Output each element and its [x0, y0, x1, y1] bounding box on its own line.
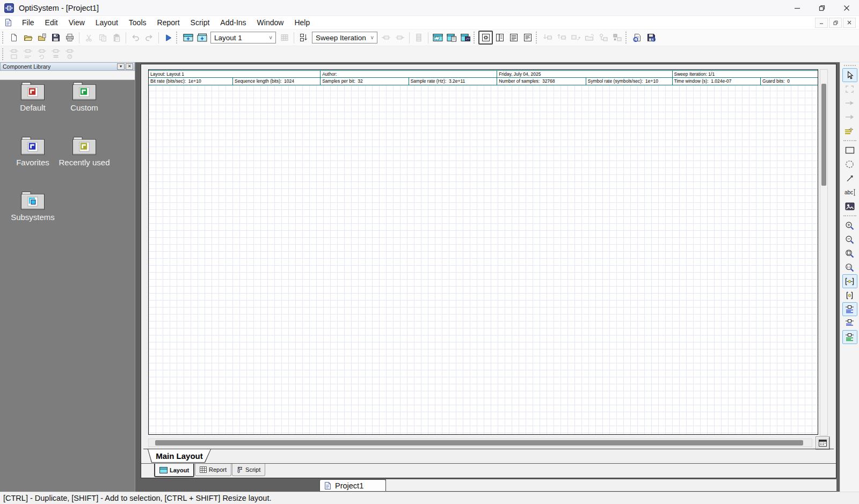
menu-view[interactable]: View: [63, 17, 90, 28]
folder-custom[interactable]: Custom: [53, 81, 116, 112]
panel-close-button[interactable]: ✕: [126, 63, 133, 70]
draw-text-button[interactable]: abc: [842, 185, 857, 199]
select-cursor-button[interactable]: [842, 68, 857, 82]
vertical-scrollbar-thumb[interactable]: [821, 84, 826, 186]
cut-button[interactable]: [82, 31, 96, 45]
print-button[interactable]: [63, 31, 77, 45]
zoom-out-button[interactable]: [842, 232, 857, 246]
component-refresh-button[interactable]: [35, 47, 49, 61]
menu-file[interactable]: File: [17, 17, 40, 28]
duplicate-layout-button[interactable]: [195, 31, 209, 45]
layout-combobox[interactable]: Layout 1 ˅: [210, 32, 276, 43]
select-region-button[interactable]: [842, 82, 857, 96]
mdi-restore-button[interactable]: [829, 18, 842, 28]
save-project-button[interactable]: [49, 31, 63, 45]
draw-rectangle-button[interactable]: [842, 143, 857, 157]
menu-report[interactable]: Report: [152, 17, 185, 28]
flow-direction-button[interactable]: [842, 96, 857, 110]
mdi-close-button[interactable]: [843, 18, 856, 28]
tab-layout[interactable]: Layout: [154, 464, 194, 477]
toolbar-grip[interactable]: [176, 32, 178, 43]
toolbar-grip[interactable]: [844, 65, 856, 66]
draw-ellipse-button[interactable]: [842, 157, 857, 171]
toolbar-grip[interactable]: [625, 32, 628, 43]
layout-overview-button[interactable]: [816, 437, 829, 449]
import-project-button[interactable]: [35, 31, 49, 45]
connect-error-button[interactable]: [610, 31, 624, 45]
toolbar-grip[interactable]: [2, 48, 4, 60]
project-tab[interactable]: Project1: [319, 479, 386, 492]
toolbar-grip[interactable]: [2, 32, 4, 43]
view-split-button[interactable]: [493, 31, 507, 45]
main-layout-sheet-tab[interactable]: Main Layout: [148, 449, 211, 463]
layout-script-button[interactable]: [842, 124, 857, 138]
fit-vertical-button[interactable]: [842, 288, 857, 302]
menu-addins[interactable]: Add-Ins: [215, 17, 251, 28]
3d-editor-button[interactable]: [458, 31, 472, 45]
canvas-horizontal-scrollbar[interactable]: [148, 439, 812, 447]
view-component-button[interactable]: [478, 31, 493, 45]
zoom-actual-button[interactable]: 1:1: [842, 260, 857, 274]
panel-collapse-button[interactable]: ▾: [117, 63, 125, 70]
restore-button[interactable]: [810, 0, 834, 16]
tab-script[interactable]: Script: [232, 464, 265, 476]
component-frame-button[interactable]: [7, 47, 21, 61]
component-check-button[interactable]: [596, 31, 610, 45]
paste-button[interactable]: [110, 31, 123, 45]
component-upload-button[interactable]: [569, 31, 583, 45]
component-lines-button[interactable]: [21, 47, 35, 61]
new-document-button[interactable]: [7, 31, 21, 45]
mdi-minimize-button[interactable]: [815, 18, 828, 28]
menu-script[interactable]: Script: [185, 17, 215, 28]
calculate-button[interactable]: [161, 31, 175, 45]
save-default-button[interactable]: [644, 31, 658, 45]
edit-script-button[interactable]: [630, 31, 644, 45]
sweep-combobox[interactable]: Sweep Iteration ˅: [312, 32, 377, 43]
draw-arrow-button[interactable]: [842, 110, 857, 124]
fit-horizontal-button[interactable]: [842, 274, 857, 288]
component-help-button[interactable]: ?: [63, 47, 77, 61]
menu-layout[interactable]: Layout: [90, 17, 123, 28]
new-layout-button[interactable]: [181, 31, 195, 45]
toolbar-grip[interactable]: [536, 32, 538, 43]
zoom-in-button[interactable]: [842, 218, 857, 232]
layout-table-button[interactable]: [278, 31, 292, 45]
align-components-blue-button[interactable]: [842, 302, 857, 316]
report-editor-button[interactable]: [445, 31, 458, 45]
previous-sweep-button[interactable]: [379, 31, 393, 45]
next-sweep-button[interactable]: [393, 31, 407, 45]
align-components-blue2-button[interactable]: [842, 316, 857, 330]
component-grid-button[interactable]: [49, 47, 63, 61]
redo-button[interactable]: [142, 31, 156, 45]
folder-subsystems[interactable]: Subsystems: [1, 191, 64, 222]
layout-canvas[interactable]: Layout: Layout 1 Author: Friday, July 04…: [148, 69, 818, 435]
canvas-vertical-scrollbar[interactable]: [820, 69, 828, 436]
insert-image-button[interactable]: [842, 199, 857, 213]
draw-line-button[interactable]: [842, 171, 857, 185]
zoom-page-button[interactable]: [842, 246, 857, 260]
toolbar-grip[interactable]: [474, 32, 476, 43]
param-number-of-samples: Number of samples: 32768: [497, 78, 586, 85]
close-button[interactable]: [834, 0, 859, 16]
menu-edit[interactable]: Edit: [40, 17, 63, 28]
layout-script-icon: [845, 127, 855, 135]
open-project-button[interactable]: [21, 31, 35, 45]
copy-button[interactable]: [96, 31, 110, 45]
layout-editor-button[interactable]: [431, 31, 445, 45]
align-components-green-button[interactable]: [842, 330, 857, 344]
connect-manual-button[interactable]: [555, 31, 569, 45]
sweep-order-button[interactable]: [296, 31, 310, 45]
undo-button[interactable]: [128, 31, 142, 45]
menu-tools[interactable]: Tools: [123, 17, 152, 28]
view-text-button[interactable]: [521, 31, 535, 45]
menu-help[interactable]: Help: [289, 17, 315, 28]
view-report-button[interactable]: [507, 31, 521, 45]
menu-window[interactable]: Window: [252, 17, 289, 28]
folder-recently-used[interactable]: Recently used: [53, 136, 116, 167]
horizontal-scrollbar-thumb[interactable]: [155, 440, 803, 445]
component-open-button[interactable]: [583, 31, 596, 45]
connect-auto-button[interactable]: [541, 31, 555, 45]
iterations-table-button[interactable]: [412, 31, 426, 45]
tab-report[interactable]: Report: [195, 464, 231, 476]
minimize-button[interactable]: [785, 0, 810, 16]
